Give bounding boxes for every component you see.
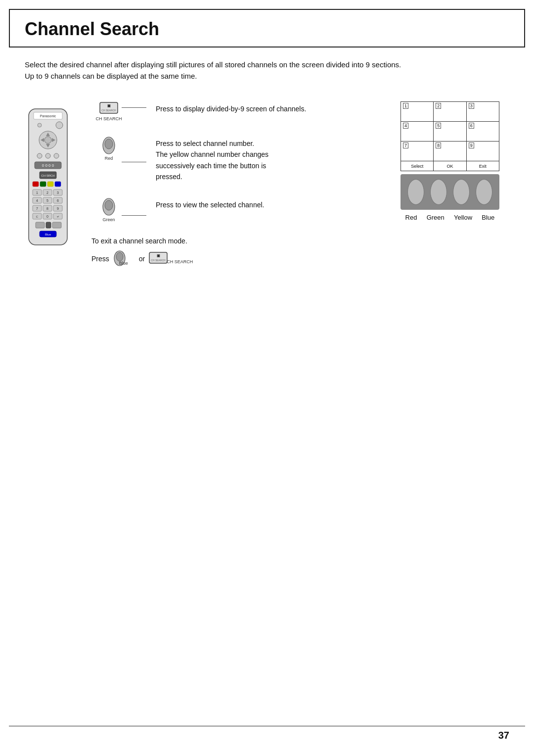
svg-point-13 [54, 153, 59, 158]
exit-section: To exit a channel search mode. Press Blu… [91, 237, 388, 268]
color-labels: Red Green Yellow Blue [400, 214, 499, 221]
svg-text:1: 1 [36, 191, 38, 194]
svg-text:0: 0 [46, 215, 48, 218]
grid-cell-7: 7 [401, 142, 434, 161]
svg-text:CH SEARCH: CH SEARCH [101, 109, 116, 112]
green-btn-icon-col: Green [89, 197, 129, 222]
grid-cell-4: 4 [401, 122, 434, 142]
green-btn-description: Press to view the selected channel. [129, 197, 264, 210]
ch-search-description: Press to display divided-by-9 screen of … [129, 101, 306, 114]
blue-label: Blue [117, 261, 130, 266]
ch-search-icon-col: ▣ CH SEARCH CH SEARCH [89, 101, 129, 121]
svg-text:Panasonic: Panasonic [40, 114, 56, 118]
grid-cell-6: 6 [466, 122, 499, 142]
ch-search-label: CH SEARCH [95, 116, 122, 121]
yellow-oval-btn [453, 179, 470, 205]
svg-text:7: 7 [36, 207, 38, 210]
or-label: or [139, 255, 145, 263]
intro-line1: Select the desired channel after display… [25, 60, 401, 69]
grid-cell-5: 5 [434, 122, 466, 142]
green-label: Green [427, 214, 445, 221]
svg-point-6 [44, 137, 51, 143]
grid-row-2: 4 5 6 [401, 122, 499, 142]
screen-illustration: 1 2 3 4 5 6 [400, 101, 509, 221]
svg-text:4: 4 [36, 199, 38, 202]
svg-rect-46 [36, 222, 44, 228]
button-row: Select OK Exit [401, 161, 499, 171]
color-buttons-area [400, 174, 499, 210]
instruction-ch-search: ▣ CH SEARCH CH SEARCH Press to display d… [89, 101, 388, 121]
intro-line2: Up to 9 channels can be displayed at the… [25, 72, 197, 80]
svg-text:CH SEARCH: CH SEARCH [151, 259, 166, 262]
green-btn-label: Green [102, 217, 115, 222]
grid-row-1: 1 2 3 [401, 102, 499, 122]
press-row: Press Blue or ▣ CH SEARCH [91, 250, 388, 268]
grid-row-3: 7 8 9 [401, 142, 499, 161]
press-label: Press [91, 255, 109, 263]
remote-control-illustration: Panasonic 0 0 0 0 CH SRCH [25, 106, 79, 251]
red-btn-label: Red [105, 156, 113, 161]
svg-text:6: 6 [57, 199, 59, 202]
grid-cell-1: 1 [401, 102, 434, 122]
blue-label-bottom: Blue [482, 214, 494, 221]
svg-text:CH SRCH: CH SRCH [41, 174, 54, 177]
page-title: Channel Search [25, 19, 159, 39]
instruction-green: Green Press to view the selected channel… [89, 197, 388, 222]
svg-text:8: 8 [46, 207, 48, 210]
red-label: Red [405, 214, 417, 221]
svg-text:2: 2 [46, 191, 48, 194]
exit-button: Exit [466, 161, 499, 171]
svg-rect-20 [47, 182, 53, 187]
channel-grid: 1 2 3 4 5 6 [400, 101, 499, 171]
svg-rect-21 [55, 182, 61, 187]
green-oval-btn [430, 179, 447, 205]
svg-point-11 [37, 153, 42, 158]
svg-text:9: 9 [57, 207, 59, 210]
red-btn-description: Press to select channel number. The yell… [129, 136, 268, 183]
svg-point-12 [45, 153, 50, 158]
svg-rect-47 [46, 222, 51, 228]
svg-point-3 [56, 122, 63, 129]
svg-rect-18 [33, 182, 39, 187]
svg-text:C: C [36, 215, 39, 218]
exit-heading: To exit a channel search mode. [91, 237, 388, 245]
red-btn-icon-col: Red [89, 136, 129, 161]
page-number: 37 [498, 730, 509, 741]
svg-point-59 [116, 252, 123, 261]
blue-oval-btn [476, 179, 492, 205]
svg-point-4 [38, 123, 42, 127]
svg-text:0 0 0 0: 0 0 0 0 [42, 163, 54, 168]
ok-button: OK [434, 161, 466, 171]
svg-rect-19 [40, 182, 46, 187]
grid-cell-2: 2 [434, 102, 466, 122]
instruction-red: Red Press to select channel number. The … [89, 136, 388, 183]
svg-text:5: 5 [46, 199, 48, 202]
instructions-column: ▣ CH SEARCH CH SEARCH Press to display d… [84, 101, 396, 268]
grid-cell-8: 8 [434, 142, 466, 161]
grid-cell-3: 3 [466, 102, 499, 122]
grid-cell-9: 9 [466, 142, 499, 161]
svg-rect-48 [52, 222, 61, 228]
svg-text:Blue: Blue [45, 233, 51, 236]
svg-point-57 [105, 200, 113, 210]
yellow-label: Yellow [454, 214, 472, 221]
intro-text: Select the desired channel after display… [25, 59, 509, 82]
svg-text:▣: ▣ [107, 104, 111, 107]
select-button: Select [401, 161, 434, 171]
svg-point-55 [105, 139, 113, 149]
ch-search-exit-icon: ▣ CH SEARCH [149, 252, 168, 266]
title-box: Channel Search [9, 9, 525, 47]
svg-text:3: 3 [57, 191, 59, 194]
ch-search-exit-label: CH SEARCH [167, 259, 193, 264]
svg-text:▣: ▣ [157, 254, 160, 257]
bottom-line [9, 726, 525, 726]
svg-text:↵: ↵ [57, 215, 59, 218]
red-oval-btn [407, 179, 424, 205]
